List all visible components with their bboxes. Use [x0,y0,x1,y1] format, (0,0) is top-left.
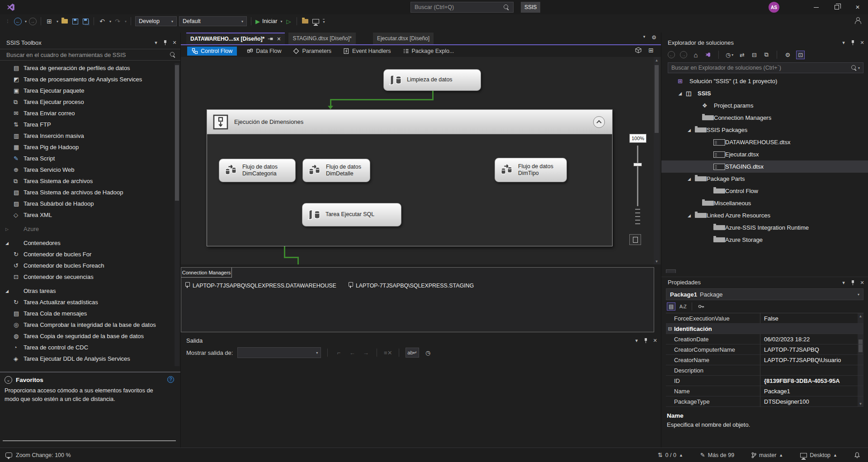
toolbox-item[interactable]: ✎ Tarea Script [0,153,173,164]
toolbox-item[interactable]: ▨ Tarea Subárbol de Hadoop [0,198,173,209]
live-share-icon[interactable] [311,16,320,26]
menu-item[interactable] [109,0,118,14]
output-content[interactable] [181,359,661,448]
menu-item[interactable] [20,0,28,14]
container-collapse-icon[interactable] [593,116,605,128]
favorites-help-icon[interactable]: ? [167,376,174,383]
zoom-slider-track[interactable] [637,146,638,206]
close-button[interactable]: ✕ [847,0,868,14]
connection-manager-item[interactable]: LAPTOP-7TJSAPBQ\SQLEXPRESS.STAGING [348,282,474,289]
property-row[interactable]: ⊟ Identificación [666,324,863,334]
minimize-button[interactable] [806,0,826,14]
expander-icon[interactable]: ◢ [688,128,695,132]
menu-item[interactable] [126,0,134,14]
property-pages-key-icon[interactable] [698,304,705,309]
task-ejecutar-sql[interactable]: Tarea Ejecutar SQL [302,203,401,226]
output-source-dropdown[interactable]: ▾ [237,347,321,358]
toolbox-item[interactable]: ⊕ Tarea Servicio Web [0,164,173,175]
expander-icon[interactable]: ◢ [688,213,695,218]
panel-tab[interactable] [666,269,676,273]
notifications-bell-icon[interactable] [854,452,860,458]
tree-row[interactable]: ◢ ◫ SSIS [661,87,868,99]
se-show-all-files-icon[interactable]: ⧉ [763,51,770,58]
sequence-container-ejecucion-de-dimensiones[interactable]: Ejecución de Dimensiones Flujo de datosD… [207,109,613,246]
tab-event-handlers[interactable]: Event Handlers [341,47,392,56]
scrollbar-thumb[interactable] [655,65,659,133]
menu-item[interactable] [36,0,44,14]
zoom-slider-thumb[interactable] [633,163,642,166]
se-collapse-all-icon[interactable]: ⊟ [750,52,758,58]
tree-row[interactable]: Miscellaneous [661,197,868,209]
environment-status[interactable]: Desktop ▲ [800,452,837,458]
toolbox-item[interactable]: ▤ Tarea de generación de perfiles de dat… [0,62,173,74]
expander-icon[interactable]: ◢ [688,177,695,181]
menu-item[interactable] [69,0,77,14]
property-value[interactable]: {8139FBF8-3DBA-4053-95A [760,377,857,384]
platform-dropdown[interactable]: Default▾ [179,16,247,26]
properties-close-icon[interactable]: ✕ [859,280,865,286]
property-value[interactable]: LAPTOP-7TJSAPBQ [760,346,857,353]
editor-options-gear-icon[interactable]: ⚙ [651,34,656,41]
panel-tab[interactable] [677,270,686,273]
tab-list-dropdown-icon[interactable]: ▾ [643,34,646,41]
sequence-container-header[interactable]: Ejecución de Dimensiones [207,110,612,134]
se-pending-changes-filter-icon[interactable]: ◷▾ [726,52,733,58]
restore-button[interactable] [826,0,847,14]
git-branch-status[interactable]: master ▲ [751,452,783,458]
navigate-forward-icon[interactable]: → [29,18,37,25]
property-value[interactable]: DTSDesigner100 [760,398,857,405]
toolbox-menu-icon[interactable]: ▾ [153,40,159,46]
toolbox-item[interactable]: ◍ Tarea Copia de seguridad de la base de… [0,330,173,342]
menu-item[interactable] [93,0,101,14]
toolbox-item[interactable]: ◎ Tarea Comprobar la integridad de la ba… [0,319,173,330]
tab-pin-icon[interactable] [268,37,274,41]
start-debugging-button[interactable]: ▶Iniciar▾ [255,16,282,26]
toolbox-item[interactable]: ⊡ Contenedor de secuencias [0,271,173,283]
connection-managers-tab[interactable]: Connection Managers [181,268,232,278]
send-feedback-icon[interactable] [854,17,861,24]
toolbox-item[interactable]: ⧉ Tarea Ejecutar proceso [0,96,173,108]
toolbar-overflow-icon[interactable]: ▾ [323,19,325,24]
package-icon[interactable] [635,47,642,53]
toolbox-item[interactable]: ◢ Contenedores [0,237,173,249]
solution-explorer-close-icon[interactable]: ✕ [859,40,865,46]
tree-row[interactable]: ❖ Project.params [661,99,868,112]
start-without-debugging-icon[interactable]: ▷ [284,16,292,26]
toolbox-item[interactable]: ◩ Tarea de procesamiento de Analysis Ser… [0,74,173,85]
se-search-dropdown-icon[interactable]: ▾ [858,66,860,70]
toolbox-item[interactable]: ◢ Otras tareas [0,285,173,297]
toolbox-item[interactable]: ↺ Contenedor de bucles Foreach [0,260,173,271]
toolbox-item[interactable]: ⇅ Tarea FTP [0,119,173,130]
new-item-icon[interactable]: ⊞ [45,16,53,26]
toolbox-item[interactable]: ◈ Tarea Ejecutar DDL de Analysis Service… [0,353,173,364]
expander-icon[interactable]: ◢ [679,91,686,96]
menu-item[interactable] [77,0,85,14]
configuration-dropdown[interactable]: Develop▾ [135,16,177,26]
property-row[interactable]: CreatorComputerName LAPTOP-7TJSAPBQ [666,344,863,355]
favorites-collapse-icon[interactable]: ⌄ [5,376,12,384]
task-flujo-dimtipo[interactable]: Flujo de datosDimTipo [495,158,567,182]
previous-message-icon[interactable]: ← [348,348,357,358]
git-sync-status[interactable]: ⇅ 0 / 0 ▲ [658,452,683,458]
navigate-back-icon[interactable]: ← [14,18,22,25]
timestamp-icon[interactable]: ◷ [424,348,433,358]
save-icon[interactable] [71,16,79,26]
property-value[interactable]: Package1 [760,388,857,395]
property-value[interactable]: LAPTOP-7TJSAPBQ\Usuario [760,357,857,363]
tree-row[interactable]: Connection Managers [661,112,868,124]
menu-item[interactable] [85,0,93,14]
tree-row[interactable]: Control Flow [661,185,868,197]
tab-data-flow[interactable]: Data Flow [245,47,283,56]
tab-close-icon[interactable]: ✕ [277,36,281,42]
menu-item[interactable] [101,0,109,14]
property-row[interactable]: PackageType DTSDesigner100 [666,396,863,407]
tree-row[interactable]: ⊞ Solución "SSIS" (1 de 1 proyecto) [661,75,868,87]
redo-dropdown-icon[interactable]: ▾ [125,19,127,24]
toolbox-item[interactable]: ◔ Tarea de control de CDC [0,342,173,353]
undo-icon[interactable]: ↶ [98,16,106,26]
ssis-badge[interactable]: SSIS [521,2,540,13]
tree-row[interactable]: Azure-SSIS Integration Runtime [661,222,868,234]
tab-ejecutar-dtsx[interactable]: Ejecutar.dtsx [Diseño] [373,33,434,44]
toolbox-search-input[interactable]: Buscar en el cuadro de herramientas de S… [0,49,180,61]
task-flujo-dimdetalle[interactable]: Flujo de datosDimDetalle [302,159,370,182]
